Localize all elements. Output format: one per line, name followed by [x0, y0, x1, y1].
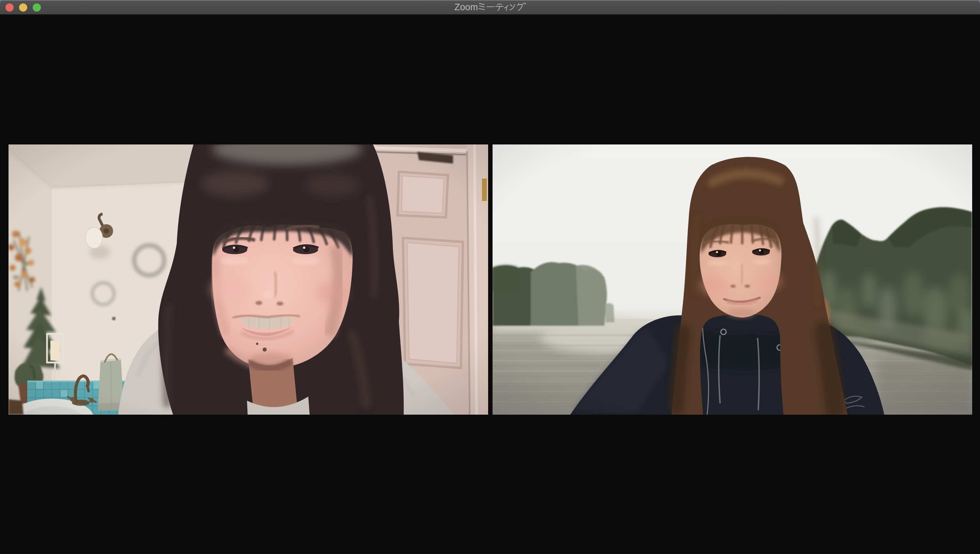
svg-text:Zoom: Zoom	[454, 2, 478, 12]
